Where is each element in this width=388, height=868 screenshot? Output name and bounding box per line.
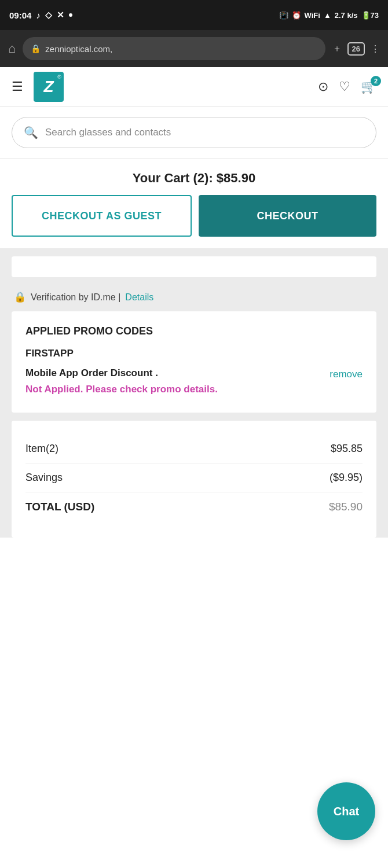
verification-row: 🔒 Verification by ID.me | Details [12, 285, 376, 311]
logo-letter: Z [43, 78, 53, 96]
wishlist-icon[interactable]: ♡ [339, 79, 350, 94]
cart-title-section: Your Cart (2): $85.90 [0, 159, 388, 195]
total-row: TOTAL (USD) $85.90 [25, 492, 363, 521]
wifi-icon: WiFi [305, 11, 320, 20]
items-row: Item(2) $95.85 [25, 435, 363, 464]
checkout-button[interactable]: CHECKOUT [199, 195, 376, 237]
remove-promo-link[interactable]: remove [330, 369, 363, 380]
savings-row: Savings ($9.95) [25, 464, 363, 492]
binance-icon: ◇ [45, 10, 52, 20]
gray-content-area: 🔒 Verification by ID.me | Details APPLIE… [0, 248, 388, 538]
hamburger-menu-button[interactable]: ☰ [12, 79, 23, 94]
x-icon: ✕ [57, 10, 64, 20]
chat-button[interactable]: Chat [317, 782, 375, 840]
search-placeholder: Search glasses and contacts [45, 127, 364, 138]
notification-dot [69, 13, 72, 17]
browser-home-button[interactable]: ⌂ [8, 41, 16, 56]
savings-label: Savings [25, 472, 63, 484]
search-bar[interactable]: 🔍 Search glasses and contacts [12, 117, 376, 148]
security-icon: 🔒 [31, 44, 41, 53]
url-text: zennioptical.com, [45, 44, 112, 54]
tiktok-icon: ♪ [36, 10, 41, 20]
vibrate-icon: 📳 [279, 11, 288, 20]
new-tab-button[interactable]: ＋ [332, 43, 342, 55]
items-label: Item(2) [25, 443, 58, 455]
alarm-icon: ⏰ [292, 11, 301, 20]
site-content: ☰ Z ® ⊙ ♡ 🛒 2 🔍 Search glasses and conta… [0, 67, 388, 868]
checkout-as-guest-button[interactable]: CHECKOUT AS GUEST [12, 195, 192, 237]
top-card [12, 256, 376, 277]
lock-icon: 🔒 [14, 291, 26, 303]
search-section: 🔍 Search glasses and contacts [0, 106, 388, 159]
tab-count[interactable]: 26 [347, 42, 365, 56]
registered-trademark: ® [57, 74, 61, 80]
speed-icon: 2.7 k/s [335, 11, 358, 20]
cart-title: Your Cart (2): $85.90 [12, 171, 376, 186]
promo-not-applied-text: Not Applied. Please check promo details. [25, 382, 323, 396]
total-label: TOTAL (USD) [25, 501, 94, 513]
verification-details-link[interactable]: Details [125, 292, 153, 303]
cart-icon[interactable]: 🛒 2 [361, 79, 376, 94]
savings-value: ($9.95) [330, 472, 363, 484]
browser-bar: ⌂ 🔒 zennioptical.com, ＋ 26 ⋮ [0, 30, 388, 67]
promo-discount-name: Mobile App Order Discount . [25, 367, 323, 379]
zenni-logo[interactable]: Z ® [34, 72, 64, 102]
signal-icon: ▲ [324, 11, 331, 20]
promo-discount-row: Mobile App Order Discount . Not Applied.… [25, 367, 363, 396]
status-bar: 09:04 ♪ ◇ ✕ 📳 ⏰ WiFi ▲ 2.7 k/s 🔋73 [0, 0, 388, 30]
search-icon: 🔍 [24, 126, 38, 139]
items-value: $95.85 [331, 443, 363, 455]
promo-code-name: FIRSTAPP [25, 348, 363, 359]
promo-section-title: APPLIED PROMO CODES [25, 325, 363, 337]
browser-menu-button[interactable]: ⋮ [371, 43, 380, 54]
url-bar[interactable]: 🔒 zennioptical.com, [23, 37, 325, 60]
total-value: $85.90 [329, 501, 363, 513]
site-header: ☰ Z ® ⊙ ♡ 🛒 2 [0, 67, 388, 106]
battery-icon: 🔋73 [361, 11, 379, 20]
order-summary-card: Item(2) $95.85 Savings ($9.95) TOTAL (US… [12, 421, 376, 538]
promo-codes-card: APPLIED PROMO CODES FIRSTAPP Mobile App … [12, 311, 376, 413]
camera-search-icon[interactable]: ⊙ [318, 79, 328, 94]
cart-badge: 2 [371, 76, 381, 86]
promo-discount-info: Mobile App Order Discount . Not Applied.… [25, 367, 323, 396]
time-display: 09:04 [9, 10, 31, 20]
checkout-buttons: CHECKOUT AS GUEST CHECKOUT [0, 195, 388, 248]
verification-text: Verification by ID.me | [31, 292, 120, 303]
